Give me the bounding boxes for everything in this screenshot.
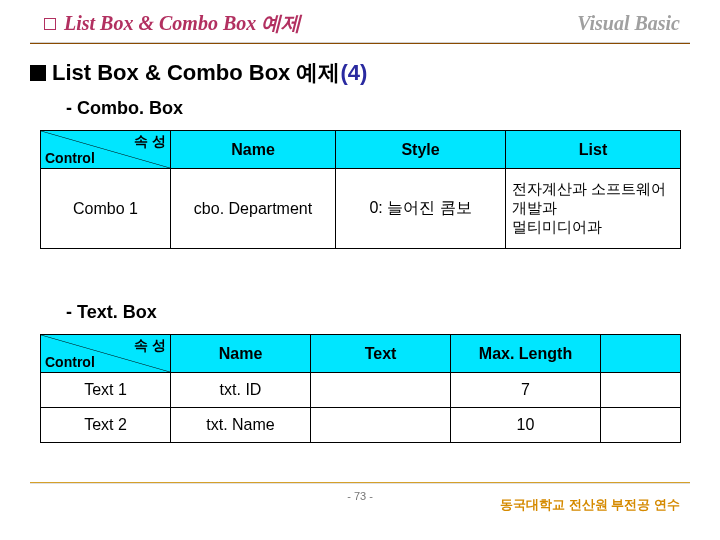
subheading-combobox: - Combo. Box: [66, 98, 183, 119]
header-divider: [30, 42, 690, 44]
section-title-text: List Box & Combo Box 예제(4): [52, 58, 367, 88]
table-row: Text 2 txt. Name 10: [41, 408, 681, 443]
slide-header: List Box & Combo Box 예제: [44, 10, 301, 37]
sub-label: Text. Box: [77, 302, 157, 322]
cell-name: cbo. Department: [171, 169, 336, 249]
subheading-textbox: - Text. Box: [66, 302, 157, 323]
col-text: Text: [311, 335, 451, 373]
cell-list: 전자계산과 소프트웨어개발과 멀티미디어과: [506, 169, 681, 249]
cell-empty: [601, 408, 681, 443]
filled-square-icon: [30, 65, 46, 81]
corner-bottom-label: Control: [45, 150, 95, 166]
cell-maxlength: 7: [451, 373, 601, 408]
corner-cell: 속 성 Control: [41, 335, 171, 373]
table-row: Combo 1 cbo. Department 0: 늘어진 콤보 전자계산과 …: [41, 169, 681, 249]
table-header-row: 속 성 Control Name Text Max. Length: [41, 335, 681, 373]
cell-text: [311, 373, 451, 408]
brand-label: Visual Basic: [577, 12, 680, 35]
cell-style: 0: 늘어진 콤보: [336, 169, 506, 249]
col-list: List: [506, 131, 681, 169]
corner-bottom-label: Control: [45, 354, 95, 370]
sub-prefix: -: [66, 302, 77, 322]
section-suffix: (4): [340, 60, 367, 85]
cell-control: Text 1: [41, 373, 171, 408]
corner-cell: 속 성 Control: [41, 131, 171, 169]
cell-maxlength: 10: [451, 408, 601, 443]
corner-top-label: 속 성: [134, 337, 166, 355]
sub-prefix: -: [66, 98, 77, 118]
cell-name: txt. Name: [171, 408, 311, 443]
table-row: Text 1 txt. ID 7: [41, 373, 681, 408]
col-maxlength: Max. Length: [451, 335, 601, 373]
slide-header-title: List Box & Combo Box 예제: [64, 10, 301, 37]
cell-text: [311, 408, 451, 443]
cell-control: Combo 1: [41, 169, 171, 249]
footer-credit: 동국대학교 전산원 부전공 연수: [500, 496, 680, 514]
col-empty: [601, 335, 681, 373]
footer-divider: [30, 482, 690, 484]
col-style: Style: [336, 131, 506, 169]
combobox-properties-table: 속 성 Control Name Style List Combo 1 cbo.…: [40, 130, 681, 249]
table-header-row: 속 성 Control Name Style List: [41, 131, 681, 169]
cell-control: Text 2: [41, 408, 171, 443]
corner-top-label: 속 성: [134, 133, 166, 151]
cell-name: txt. ID: [171, 373, 311, 408]
textbox-properties-table: 속 성 Control Name Text Max. Length Text 1…: [40, 334, 681, 443]
sub-label: Combo. Box: [77, 98, 183, 118]
col-name: Name: [171, 335, 311, 373]
bullet-square-icon: [44, 18, 56, 30]
cell-empty: [601, 373, 681, 408]
section-title: List Box & Combo Box 예제(4): [30, 58, 367, 88]
col-name: Name: [171, 131, 336, 169]
section-prefix: List Box & Combo Box 예제: [52, 60, 340, 85]
